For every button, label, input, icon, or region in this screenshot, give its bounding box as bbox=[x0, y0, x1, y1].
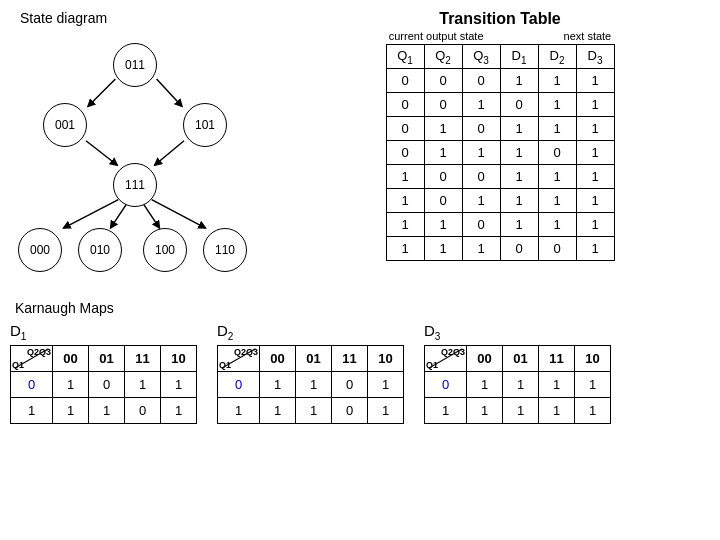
km-cell-r1-c2: 0 bbox=[332, 398, 368, 424]
tt-cell-r5-c5: 1 bbox=[576, 189, 614, 213]
km-cell-r1-c3: 1 bbox=[161, 398, 197, 424]
tt-col-q2: Q2 bbox=[424, 45, 462, 69]
tt-header-next: next state bbox=[564, 30, 612, 42]
tt-cell-r0-c1: 0 bbox=[424, 69, 462, 93]
km-col-header: 00 bbox=[53, 346, 89, 372]
tt-cell-r4-c5: 1 bbox=[576, 165, 614, 189]
tt-cell-r0-c2: 0 bbox=[462, 69, 500, 93]
svg-line-4 bbox=[63, 200, 118, 228]
tt-row: 101111 bbox=[386, 189, 614, 213]
km-block-0: D1 Q2Q3 Q1 000111100101111101 bbox=[10, 322, 197, 424]
tt-cell-r5-c2: 1 bbox=[462, 189, 500, 213]
node-000: 000 bbox=[18, 228, 62, 272]
tt-cell-r7-c4: 0 bbox=[538, 237, 576, 261]
km-cell-r0-c1: 1 bbox=[503, 372, 539, 398]
km-cell-r0-c0: 1 bbox=[467, 372, 503, 398]
svg-line-2 bbox=[86, 141, 117, 166]
km-cell-r1-c2: 1 bbox=[539, 398, 575, 424]
transition-table: Q1 Q2 Q3 D1 D2 D3 0001110010110101110111… bbox=[386, 44, 615, 261]
km-cell-r1-c1: 1 bbox=[89, 398, 125, 424]
node-110: 110 bbox=[203, 228, 247, 272]
node-011: 011 bbox=[113, 43, 157, 87]
svg-line-5 bbox=[110, 202, 128, 228]
km-col-header: 11 bbox=[125, 346, 161, 372]
tt-cell-r6-c0: 1 bbox=[386, 213, 424, 237]
km-col-header: 00 bbox=[467, 346, 503, 372]
svg-line-1 bbox=[157, 79, 182, 106]
tt-cell-r3-c4: 0 bbox=[538, 141, 576, 165]
tt-cell-r0-c5: 1 bbox=[576, 69, 614, 93]
tt-cell-r7-c0: 1 bbox=[386, 237, 424, 261]
state-diagram-title: State diagram bbox=[20, 10, 270, 26]
tt-cell-r2-c3: 1 bbox=[500, 117, 538, 141]
tt-col-d1: D1 bbox=[500, 45, 538, 69]
km-col-header: 00 bbox=[260, 346, 296, 372]
tt-cell-r1-c4: 1 bbox=[538, 93, 576, 117]
tt-cell-r4-c0: 1 bbox=[386, 165, 424, 189]
km-cell-r0-c0: 1 bbox=[260, 372, 296, 398]
km-header-row: Q2Q3 Q1 00011110 bbox=[11, 346, 197, 372]
km-cell-r1-c1: 1 bbox=[503, 398, 539, 424]
km-cell-r1-c3: 1 bbox=[368, 398, 404, 424]
tt-cell-r2-c4: 1 bbox=[538, 117, 576, 141]
node-001: 001 bbox=[43, 103, 87, 147]
node-010: 010 bbox=[78, 228, 122, 272]
tt-cell-r1-c3: 0 bbox=[500, 93, 538, 117]
km-label-1: D2 bbox=[217, 322, 404, 342]
tt-cell-r6-c1: 1 bbox=[424, 213, 462, 237]
tt-row: 011101 bbox=[386, 141, 614, 165]
tt-header-current: current output state bbox=[389, 30, 484, 42]
tt-header-row: Q1 Q2 Q3 D1 D2 D3 bbox=[386, 45, 614, 69]
node-100: 100 bbox=[143, 228, 187, 272]
tt-cell-r7-c5: 1 bbox=[576, 237, 614, 261]
km-block-2: D3 Q2Q3 Q1 000111100111111111 bbox=[424, 322, 611, 424]
tt-cell-r6-c3: 1 bbox=[500, 213, 538, 237]
svg-line-6 bbox=[142, 202, 160, 228]
node-111: 111 bbox=[113, 163, 157, 207]
km-cell-r1-c2: 0 bbox=[125, 398, 161, 424]
km-col-header: 01 bbox=[296, 346, 332, 372]
tt-row: 100111 bbox=[386, 165, 614, 189]
km-cell-r0-c1: 1 bbox=[296, 372, 332, 398]
bottom-section: Karnaugh Maps D1 Q2Q3 Q1 000111100101111… bbox=[0, 290, 720, 429]
km-cell-r0-c3: 1 bbox=[368, 372, 404, 398]
km-cell-r0-c2: 1 bbox=[125, 372, 161, 398]
tt-row: 110111 bbox=[386, 213, 614, 237]
tt-cell-r3-c5: 1 bbox=[576, 141, 614, 165]
tt-cell-r0-c4: 1 bbox=[538, 69, 576, 93]
tt-cell-r5-c0: 1 bbox=[386, 189, 424, 213]
km-label-2: D3 bbox=[424, 322, 611, 342]
km-title: Karnaugh Maps bbox=[15, 300, 710, 316]
km-cell-r1-c1: 1 bbox=[296, 398, 332, 424]
transition-table-section: Transition Table current output state ne… bbox=[270, 10, 710, 290]
km-col-header: 10 bbox=[575, 346, 611, 372]
km-block-1: D2 Q2Q3 Q1 000111100110111101 bbox=[217, 322, 404, 424]
tt-cell-r3-c3: 1 bbox=[500, 141, 538, 165]
km-table-1: Q2Q3 Q1 000111100110111101 bbox=[217, 345, 404, 424]
tt-cell-r7-c2: 1 bbox=[462, 237, 500, 261]
km-col-header: 10 bbox=[161, 346, 197, 372]
tt-cell-r2-c0: 0 bbox=[386, 117, 424, 141]
km-col-header: 10 bbox=[368, 346, 404, 372]
km-container: D1 Q2Q3 Q1 000111100101111101D2 Q2Q3 Q1 … bbox=[10, 322, 710, 424]
tt-row: 001011 bbox=[386, 93, 614, 117]
tt-cell-r5-c1: 0 bbox=[424, 189, 462, 213]
tt-col-q1: Q1 bbox=[386, 45, 424, 69]
km-table-2: Q2Q3 Q1 000111100111111111 bbox=[424, 345, 611, 424]
tt-cell-r1-c0: 0 bbox=[386, 93, 424, 117]
km-cell-r0-c2: 1 bbox=[539, 372, 575, 398]
km-data-row: 11101 bbox=[218, 398, 404, 424]
tt-title: Transition Table bbox=[290, 10, 710, 28]
km-col-header: 01 bbox=[503, 346, 539, 372]
km-corner: Q2Q3 Q1 bbox=[425, 346, 467, 372]
km-cell-r1-c0: 1 bbox=[260, 398, 296, 424]
tt-row: 010111 bbox=[386, 117, 614, 141]
tt-cell-r3-c1: 1 bbox=[424, 141, 462, 165]
node-101: 101 bbox=[183, 103, 227, 147]
tt-cell-r5-c3: 1 bbox=[500, 189, 538, 213]
km-corner: Q2Q3 Q1 bbox=[218, 346, 260, 372]
tt-cell-r4-c3: 1 bbox=[500, 165, 538, 189]
tt-col-d3: D3 bbox=[576, 45, 614, 69]
tt-cell-r3-c0: 0 bbox=[386, 141, 424, 165]
km-cell-r0-c3: 1 bbox=[575, 372, 611, 398]
